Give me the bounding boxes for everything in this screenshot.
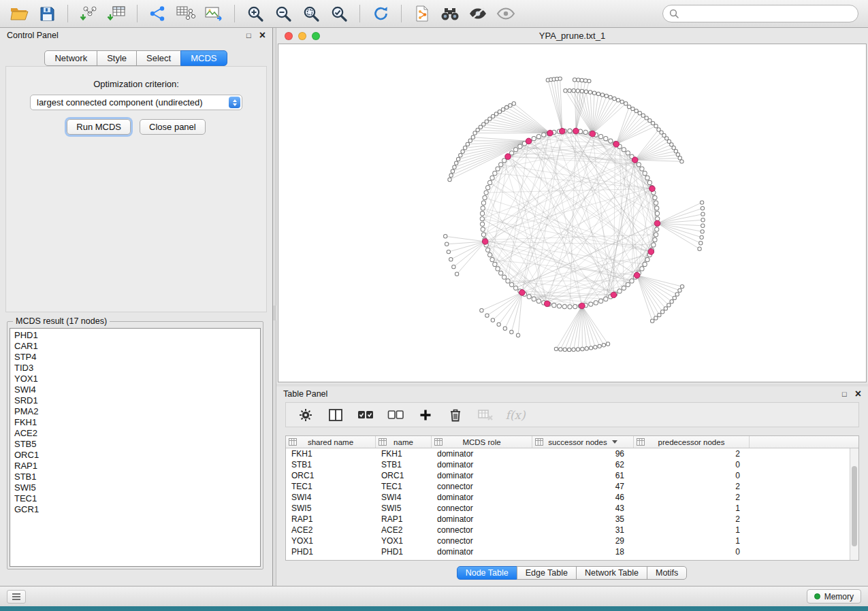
toggle-bird-view-button[interactable] [494, 3, 518, 24]
column-header-MCDS-role[interactable]: MCDS role [432, 436, 532, 448]
mcds-result-item[interactable]: STP4 [10, 352, 260, 363]
minimize-window-button[interactable] [298, 32, 306, 40]
table-row[interactable]: TEC1TEC1connector472 [286, 481, 858, 492]
mcds-result-item[interactable]: ORC1 [10, 450, 260, 461]
tab-node-table[interactable]: Node Table [457, 566, 517, 580]
table-cell: PHD1 [376, 546, 432, 557]
tab-style[interactable]: Style [97, 50, 137, 66]
select-all-button[interactable] [355, 406, 376, 425]
table-row[interactable]: YOX1YOX1connector291 [286, 535, 858, 546]
open-file-button[interactable] [7, 3, 31, 24]
list-icon [12, 593, 21, 601]
mcds-result-item[interactable]: SWI5 [10, 482, 260, 493]
criterion-dropdown[interactable]: largest connected component (undirected) [30, 95, 242, 110]
zoom-fit-button[interactable] [299, 3, 323, 24]
table-row[interactable]: FKH1FKH1dominator962 [286, 448, 858, 459]
table-row[interactable]: RAP1RAP1dominator352 [286, 514, 858, 525]
toolbar-separator [234, 5, 235, 22]
deselect-all-button[interactable] [385, 406, 406, 425]
column-label: MCDS role [462, 438, 500, 446]
maximize-window-button[interactable] [312, 32, 320, 40]
tab-mcds[interactable]: MCDS [180, 50, 227, 66]
mcds-result-item[interactable]: RAP1 [10, 461, 260, 472]
column-header-shared-name[interactable]: shared name [286, 436, 376, 448]
table-cell: PHD1 [286, 546, 376, 557]
memory-button[interactable]: Memory [807, 589, 861, 604]
close-panel-button[interactable]: Close panel [140, 119, 206, 135]
zoom-selected-button[interactable] [327, 3, 351, 24]
mcds-result-item[interactable]: PHD1 [10, 330, 260, 341]
tab-motifs[interactable]: Motifs [647, 566, 687, 580]
find-button[interactable] [438, 3, 462, 24]
close-window-button[interactable] [285, 32, 293, 40]
mcds-result-item[interactable]: STB1 [10, 472, 260, 482]
table-cell: 35 [532, 514, 634, 525]
table-header-row: shared namenameMCDS rolesuccessor nodesp… [286, 436, 858, 448]
mcds-result-item[interactable]: GCR1 [10, 504, 260, 515]
table-panel-header: Table Panel □ × [276, 386, 868, 401]
table-row[interactable]: SWI5SWI5connector431 [286, 503, 858, 514]
create-column-button[interactable] [415, 406, 436, 425]
table-row[interactable]: PHD1PHD1dominator180 [286, 546, 858, 557]
column-label: shared name [308, 438, 353, 446]
mcds-result-item[interactable]: SWI4 [10, 384, 260, 395]
network-canvas[interactable] [278, 44, 867, 382]
show-graphics-details-button[interactable] [466, 3, 490, 24]
table-cell: TEC1 [286, 481, 376, 492]
export-image-button[interactable] [202, 3, 226, 24]
search-box[interactable] [662, 5, 858, 22]
tab-network[interactable]: Network [44, 50, 97, 66]
tab-network-table[interactable]: Network Table [576, 566, 647, 580]
tab-edge-table[interactable]: Edge Table [517, 566, 577, 580]
import-table-file-button[interactable] [104, 3, 129, 24]
table-cell: dominator [432, 448, 532, 459]
import-network-file-icon [79, 5, 98, 22]
scrollbar-thumb[interactable] [852, 466, 857, 546]
table-row[interactable]: ACE2ACE2connector311 [286, 525, 858, 535]
mcds-result-item[interactable]: ACE2 [10, 428, 260, 439]
zoom-in-button[interactable] [243, 3, 268, 24]
close-control-panel-icon[interactable]: × [259, 31, 266, 40]
run-mcds-button[interactable]: Run MCDS [67, 119, 131, 135]
show-columns-button[interactable] [325, 406, 346, 425]
table-scrollbar[interactable] [850, 448, 858, 560]
column-header-successor-nodes[interactable]: successor nodes [532, 436, 634, 448]
export-network-doc-button[interactable] [410, 3, 434, 24]
apply-layout-button[interactable] [368, 3, 393, 24]
float-table-panel-icon[interactable]: □ [842, 391, 847, 398]
column-header-predecessor-nodes[interactable]: predecessor nodes [634, 436, 750, 448]
toolbar-icons [7, 3, 518, 24]
zoom-out-button[interactable] [271, 3, 295, 24]
table-row[interactable]: ORC1ORC1dominator610 [286, 470, 858, 481]
delete-column-button[interactable] [445, 406, 466, 425]
table-cell: 2 [634, 481, 750, 492]
table-cell: connector [432, 525, 532, 535]
table-mode-button[interactable] [295, 406, 316, 425]
search-input[interactable] [683, 9, 852, 19]
new-network-button[interactable] [146, 3, 170, 24]
table-row[interactable]: STB1STB1dominator620 [286, 459, 858, 470]
mcds-result-item[interactable]: CAR1 [10, 341, 260, 352]
table-row[interactable]: SWI4SWI4dominator462 [286, 492, 858, 503]
status-list-button[interactable] [7, 590, 26, 604]
status-bar: Memory [0, 586, 868, 606]
save-session-button[interactable] [35, 3, 59, 24]
tab-select[interactable]: Select [136, 50, 181, 66]
mcds-result-item[interactable]: PMA2 [10, 406, 260, 417]
import-network-file-button[interactable] [76, 3, 101, 24]
mcds-result-group: MCDS result (17 nodes) PHD1CAR1STP4TID3Y… [7, 316, 263, 569]
close-table-panel-icon[interactable]: × [855, 389, 861, 399]
column-header-name[interactable]: name [376, 436, 432, 448]
float-control-panel-icon[interactable]: □ [246, 32, 251, 39]
mcds-result-item[interactable]: SRD1 [10, 395, 260, 406]
table-cell: ACE2 [376, 525, 432, 535]
table-cell: TEC1 [376, 481, 432, 492]
mcds-result-item[interactable]: STB5 [10, 439, 260, 450]
column-type-icon [289, 438, 297, 447]
network-from-table-button[interactable] [174, 3, 198, 24]
mcds-result-item[interactable]: YOX1 [10, 374, 260, 384]
table-cell: SWI4 [376, 492, 432, 503]
mcds-result-item[interactable]: TID3 [10, 363, 260, 374]
mcds-result-item[interactable]: FKH1 [10, 417, 260, 428]
mcds-result-item[interactable]: TEC1 [10, 493, 260, 504]
